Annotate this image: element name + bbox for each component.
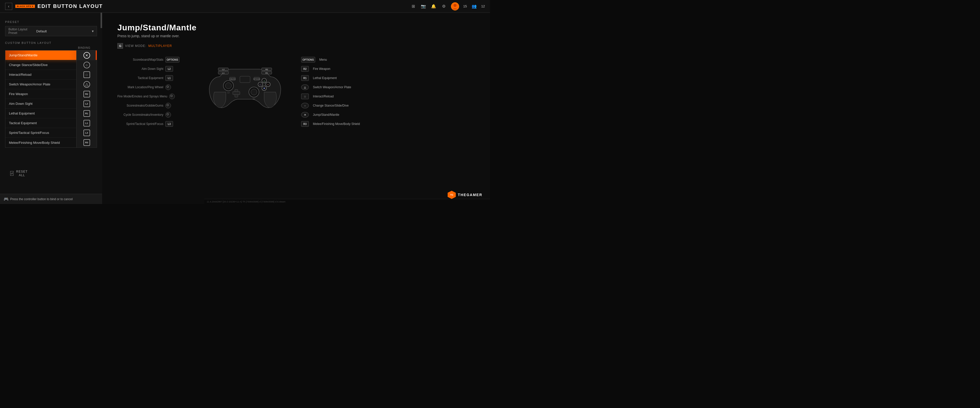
square-button-icon: □ xyxy=(83,71,90,78)
action-name-tactical: Tactical Equipment xyxy=(5,121,76,125)
l2-map-icon: L2 xyxy=(165,66,173,71)
l1-button-icon: L1 xyxy=(83,120,90,127)
action-row-interact[interactable]: Interact/Reload □ xyxy=(5,70,97,79)
svg-rect-28 xyxy=(240,76,250,83)
mapping-row-stance-right: ○ Change Stance/Slide/Dive xyxy=(301,102,372,109)
action-row-switch[interactable]: Switch Weapon/Armor Plate △ xyxy=(5,79,97,89)
options-btn-icon: OPTIONS xyxy=(165,57,180,62)
r2-button-icon: R2 xyxy=(83,91,90,97)
action-binding-switch[interactable]: △ xyxy=(76,79,97,89)
reset-label: RESET ALL xyxy=(16,170,28,177)
mapping-row-switch-right: △ Switch Weapon/Armor Plate xyxy=(301,84,372,90)
mapping-row-interact-right: □ Interact/Reload xyxy=(301,93,372,100)
view-mode-bar: G VIEW MODE: MULTIPLAYER xyxy=(118,43,475,49)
mapping-btn-scoreboard: OPTIONS xyxy=(165,57,180,62)
action-binding-aim[interactable]: L2 xyxy=(76,99,97,109)
action-row-lethal[interactable]: Lethal Equipment R1 xyxy=(5,109,97,118)
dropdown-arrow-icon: ▾ xyxy=(92,29,94,33)
avatar xyxy=(451,2,459,10)
svg-point-5 xyxy=(251,89,257,95)
mapping-btn-cycle xyxy=(165,112,171,117)
mapping-btn-scorestreaks xyxy=(165,103,171,108)
action-name-fire: Fire Weapon xyxy=(5,92,76,96)
mapping-row-menu: OPTIONS Menu xyxy=(301,56,372,63)
header-right: ⊞ 📷 🔔 ⚙ 15 👥 12 xyxy=(410,2,485,10)
action-name-lethal: Lethal Equipment xyxy=(5,111,76,115)
svg-text:L1: L1 xyxy=(222,72,224,74)
mapping-row-scoreboard: Scoreboard/Map/Stats OPTIONS xyxy=(118,56,189,63)
mapping-label-stance: Change Stance/Slide/Dive xyxy=(313,104,348,107)
reset-icon: ↺ xyxy=(10,171,14,176)
svg-text:R2: R2 xyxy=(266,68,268,71)
mapping-btn-r3-right: R3 xyxy=(301,121,309,127)
action-binding-tactical[interactable]: L1 xyxy=(76,118,97,128)
action-row-jump[interactable]: Jump/Stand/Mantle ✕ xyxy=(5,51,97,60)
mapping-action-cycle: Cycle Scorestreaks/Inventory xyxy=(118,113,163,116)
action-binding-interact[interactable]: □ xyxy=(76,70,97,79)
action-binding-fire[interactable]: R2 xyxy=(76,89,97,99)
friends-icon[interactable]: 👥 xyxy=(471,3,477,10)
mapping-row-melee-right: R3 Melee/Finishing Move/Body Shield xyxy=(301,121,372,127)
svg-point-1 xyxy=(453,4,457,7)
mapping-row-fireweapon-right: R2 Fire Weapon xyxy=(301,65,372,72)
camera-icon[interactable]: 📷 xyxy=(420,3,426,10)
r2-right-icon: R2 xyxy=(301,66,309,71)
controller-diagram: ✕ ○ □ △ L1 L2 R1 R xyxy=(204,56,286,113)
triangle-right-icon: △ xyxy=(301,84,309,90)
preset-dropdown[interactable]: Button Layout Preset Default ▾ xyxy=(5,26,97,36)
thegamer-logo: TG THEGAMER xyxy=(448,191,482,199)
controller-svg: ✕ ○ □ △ L1 L2 R1 R xyxy=(204,56,286,113)
action-name-jump: Jump/Stand/Mantle xyxy=(5,53,76,57)
action-row-stance[interactable]: Change Stance/Slide/Dive ○ xyxy=(5,60,97,70)
preset-label: PRESET xyxy=(5,21,97,24)
action-row-sprint[interactable]: Sprint/Tactical Sprint/Focus L3 xyxy=(5,128,97,138)
mapping-btn-menu-right: OPTIONS xyxy=(301,57,315,62)
grid-icon[interactable]: ⊞ xyxy=(410,3,416,10)
circle-right-icon: ○ xyxy=(301,103,309,108)
binding-header: BINDING xyxy=(5,46,97,49)
l1-map-icon: L1 xyxy=(165,75,173,81)
action-binding-jump[interactable]: ✕ xyxy=(76,51,97,60)
svg-text:✕: ✕ xyxy=(263,87,265,90)
controller-icon: 🎮 xyxy=(3,197,9,202)
bottom-hint-bar: 🎮 Press the controller button to bind or… xyxy=(0,194,102,204)
action-row-tactical[interactable]: Tactical Equipment L1 xyxy=(5,118,97,128)
r1-button-icon: R1 xyxy=(83,110,90,117)
thegamer-hexagon-icon: TG xyxy=(448,191,456,199)
player-level: 15 xyxy=(463,4,467,8)
status-text: 11.4.20442987 [20-2-10236+11-A] Th [7308… xyxy=(207,200,285,203)
preset-value: Default xyxy=(36,29,92,33)
action-name-melee: Melee/Finishing Move/Body Shield xyxy=(5,141,76,144)
mapping-btn-r2-right: R2 xyxy=(301,66,309,71)
action-row-fire[interactable]: Fire Weapon R2 xyxy=(5,89,97,99)
view-mode-key[interactable]: G xyxy=(118,43,123,49)
bottom-hint-text: Press the controller button to bind or t… xyxy=(10,197,73,201)
svg-rect-7 xyxy=(233,92,240,95)
mapping-btn-tactical: L1 xyxy=(165,75,173,81)
action-binding-stance[interactable]: ○ xyxy=(76,60,97,70)
action-binding-lethal[interactable]: R1 xyxy=(76,109,97,118)
mapping-row-firemode: Fire Mode/Emotes and Sprays Menu xyxy=(118,93,189,100)
l3-sprint-icon: L3 xyxy=(165,121,173,127)
circle-button-icon: ○ xyxy=(83,62,90,68)
header-bar: ‹ BLACK OPS 6 EDIT BUTTON LAYOUT ⊞ 📷 🔔 ⚙… xyxy=(0,0,490,13)
l2-button-icon: L2 xyxy=(83,100,90,107)
action-binding-sprint[interactable]: L3 xyxy=(76,128,97,138)
svg-text:○: ○ xyxy=(267,83,269,86)
action-binding-melee[interactable]: R3 xyxy=(76,138,97,148)
triangle-button-icon: △ xyxy=(83,81,90,88)
mapping-btn-square-right: □ xyxy=(301,94,309,99)
action-row-aim[interactable]: Aim Down Sight L2 xyxy=(5,99,97,109)
cross-right-icon: ✕ xyxy=(301,112,309,117)
gear-icon[interactable]: ⚙ xyxy=(441,3,447,10)
back-button[interactable]: ‹ xyxy=(5,3,12,10)
mapping-action-mark: Mark Location/Ping Wheel xyxy=(118,86,163,89)
l3-joystick-icon xyxy=(165,84,171,90)
bell-icon[interactable]: 🔔 xyxy=(431,3,437,10)
mapping-row-lethal-right: R1 Lethal Equipment xyxy=(301,75,372,81)
action-row-melee[interactable]: Melee/Finishing Move/Body Shield R3 xyxy=(5,138,97,148)
mapping-btn-mark xyxy=(165,84,171,90)
mapping-btn-circle-right: ○ xyxy=(301,103,309,108)
svg-text:△: △ xyxy=(263,79,265,82)
reset-all-button[interactable]: ↺ RESET ALL xyxy=(10,168,28,178)
